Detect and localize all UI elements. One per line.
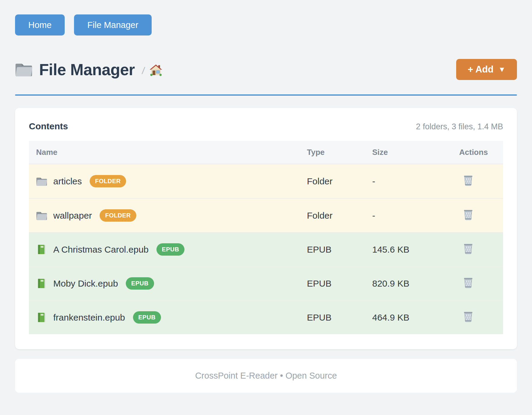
- actions-cell: [457, 276, 503, 290]
- file-type: Folder: [305, 176, 370, 186]
- column-header-name: Name: [29, 148, 305, 157]
- name-cell: articles FOLDER: [29, 175, 305, 187]
- table-row[interactable]: articles FOLDER Folder -: [29, 164, 503, 198]
- book-icon: [36, 312, 47, 323]
- type-badge: EPUB: [156, 243, 185, 256]
- book-icon: [36, 278, 47, 289]
- file-name: Moby Dick.epub: [53, 278, 118, 289]
- name-cell: A Christmas Carol.epub EPUB: [29, 243, 305, 256]
- footer-text: CrossPoint E-Reader • Open Source: [195, 371, 337, 381]
- file-type: EPUB: [305, 278, 370, 289]
- folder-icon: [15, 62, 32, 77]
- file-size: 145.6 KB: [370, 244, 457, 255]
- file-type: EPUB: [305, 244, 370, 255]
- file-type: EPUB: [305, 312, 370, 323]
- file-name: wallpaper: [53, 211, 92, 221]
- add-button[interactable]: + Add ▼: [456, 59, 517, 80]
- type-badge: FOLDER: [90, 175, 126, 187]
- files-table-header: Name Type Size Actions: [29, 141, 503, 164]
- table-row[interactable]: A Christmas Carol.epub EPUB EPUB 145.6 K…: [29, 232, 503, 266]
- name-cell: frankenstein.epub EPUB: [29, 311, 305, 324]
- table-row[interactable]: frankenstein.epub EPUB EPUB 464.9 KB: [29, 300, 503, 334]
- nav-home-button[interactable]: Home: [15, 14, 65, 35]
- column-header-type: Type: [305, 148, 370, 157]
- nav-file-manager-button[interactable]: File Manager: [74, 14, 151, 35]
- file-type: Folder: [305, 211, 370, 221]
- page-header: File Manager / + Add ▼: [15, 59, 517, 80]
- type-badge: EPUB: [133, 311, 161, 324]
- contents-heading: Contents: [29, 121, 68, 131]
- actions-cell: [457, 242, 503, 257]
- actions-cell: [457, 208, 503, 223]
- file-name: frankenstein.epub: [53, 312, 125, 323]
- actions-cell: [457, 174, 503, 188]
- add-button-label: + Add: [468, 64, 493, 75]
- house-icon[interactable]: [149, 63, 163, 77]
- top-nav: Home File Manager: [15, 14, 517, 35]
- contents-summary: 2 folders, 3 files, 1.4 MB: [416, 122, 503, 131]
- file-size: -: [370, 211, 457, 221]
- trash-icon[interactable]: [463, 208, 474, 220]
- contents-card-header: Contents 2 folders, 3 files, 1.4 MB: [29, 121, 503, 131]
- type-badge: EPUB: [126, 277, 154, 290]
- title-wrap: File Manager /: [15, 60, 163, 79]
- footer: CrossPoint E-Reader • Open Source: [15, 359, 517, 393]
- file-size: 464.9 KB: [370, 312, 457, 323]
- contents-card: Contents 2 folders, 3 files, 1.4 MB Name…: [15, 108, 517, 349]
- header-divider: [15, 94, 517, 96]
- file-name: articles: [53, 176, 82, 186]
- file-size: -: [370, 176, 457, 186]
- name-cell: Moby Dick.epub EPUB: [29, 277, 305, 290]
- book-icon: [36, 244, 47, 255]
- actions-cell: [457, 310, 503, 324]
- table-row[interactable]: wallpaper FOLDER Folder -: [29, 198, 503, 232]
- folder-icon: [36, 211, 47, 221]
- column-header-actions: Actions: [457, 148, 503, 157]
- trash-icon[interactable]: [463, 310, 474, 322]
- file-manager-page: Home File Manager File Manager /: [0, 0, 532, 415]
- type-badge: FOLDER: [100, 209, 136, 222]
- column-header-size: Size: [370, 148, 457, 157]
- caret-down-icon: ▼: [498, 65, 506, 74]
- name-cell: wallpaper FOLDER: [29, 209, 305, 222]
- file-size: 820.9 KB: [370, 278, 457, 289]
- files-table-body: articles FOLDER Folder -: [29, 164, 503, 334]
- file-name: A Christmas Carol.epub: [53, 244, 149, 255]
- table-row[interactable]: Moby Dick.epub EPUB EPUB 820.9 KB: [29, 266, 503, 300]
- trash-icon[interactable]: [463, 174, 474, 186]
- page-title: File Manager: [39, 60, 135, 79]
- files-table: Name Type Size Actions articles FOLDER F…: [29, 141, 503, 334]
- folder-icon: [36, 176, 47, 186]
- trash-icon[interactable]: [463, 242, 474, 254]
- trash-icon[interactable]: [463, 276, 474, 288]
- breadcrumb-separator: /: [141, 65, 145, 76]
